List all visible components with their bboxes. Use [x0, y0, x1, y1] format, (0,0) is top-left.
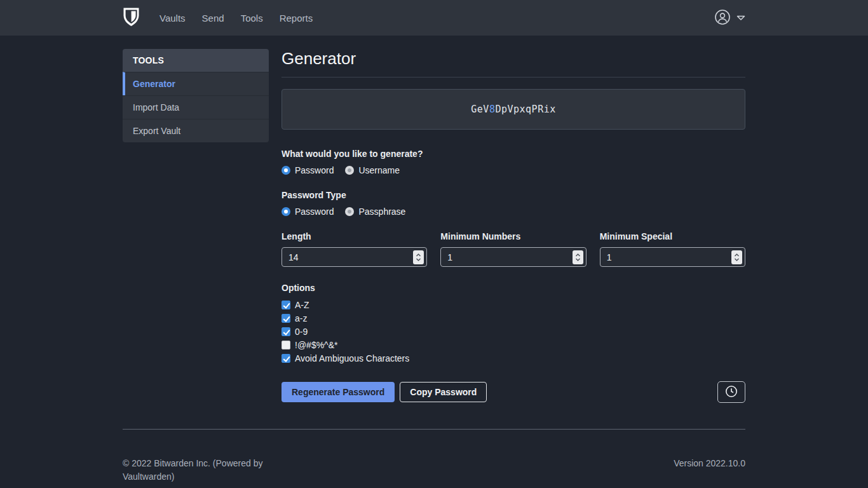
checkbox-label-avoid-ambiguous: Avoid Ambiguous Characters [295, 353, 409, 363]
copy-password-button[interactable]: Copy Password [400, 382, 487, 402]
checkbox-icon-avoid-ambiguous[interactable] [281, 354, 290, 363]
clock-history-icon [724, 384, 738, 400]
checkbox-icon-uppercase[interactable] [281, 301, 290, 309]
minimum-numbers-label: Minimum Numbers [440, 231, 586, 241]
radio-option-password-type[interactable]: Password [281, 207, 334, 217]
primary-nav: Vaults Send Tools Reports [151, 13, 321, 24]
generate-radio-group: Password Username [281, 165, 745, 175]
copyright-text: © 2022 Bitwarden Inc. (Powered by Vaultw… [123, 457, 278, 484]
nav-link-reports[interactable]: Reports [271, 13, 322, 24]
checkbox-row-uppercase[interactable]: A-Z [281, 298, 745, 311]
options-checkbox-list: A-Z a-z 0-9 !@#$%^&* Avoid Ambiguous Cha… [281, 298, 745, 365]
bitwarden-shield-icon [123, 7, 140, 29]
radio-option-passphrase[interactable]: Passphrase [345, 207, 405, 217]
minimum-special-stepper-icon[interactable] [731, 250, 742, 264]
minimum-special-input[interactable] [600, 247, 745, 267]
numeric-fields-row: Length Minimum Numbers [281, 231, 745, 267]
length-input[interactable] [281, 247, 427, 267]
minimum-special-field: Minimum Special [600, 231, 745, 267]
radio-icon-passphrase[interactable] [345, 207, 354, 216]
radio-option-password[interactable]: Password [281, 165, 334, 175]
account-menu[interactable] [714, 9, 745, 27]
radio-label-username: Username [358, 165, 400, 175]
sidebar-header-tools: TOOLS [123, 49, 269, 72]
chevron-down-icon [736, 13, 745, 23]
page-title: Generator [281, 49, 745, 69]
length-label: Length [281, 231, 427, 241]
radio-label-password-type: Password [295, 207, 334, 217]
sidebar-item-generator[interactable]: Generator [123, 72, 269, 95]
nav-link-vaults[interactable]: Vaults [151, 13, 194, 24]
password-type-radio-group: Password Passphrase [281, 207, 745, 217]
avatar-person-icon [714, 9, 731, 27]
page-container: TOOLS Generator Import Data Export Vault… [123, 49, 745, 430]
checkbox-label-numbers: 0-9 [295, 327, 308, 337]
minimum-special-label: Minimum Special [600, 231, 745, 241]
checkbox-row-special[interactable]: !@#$%^&* [281, 338, 745, 351]
tools-sidebar: TOOLS Generator Import Data Export Vault [123, 49, 269, 403]
sidebar-item-import-data[interactable]: Import Data [123, 95, 269, 119]
checkbox-row-avoid-ambiguous[interactable]: Avoid Ambiguous Characters [281, 351, 745, 365]
options-label: Options [281, 283, 745, 293]
checkbox-label-special: !@#$%^&* [295, 340, 337, 350]
sidebar-item-export-vault[interactable]: Export Vault [123, 119, 269, 142]
generator-main: Generator GeV8DpVpxqPRix What would you … [281, 49, 745, 403]
tools-list-group: TOOLS Generator Import Data Export Vault [123, 49, 269, 142]
minimum-special-input-wrap [600, 247, 745, 267]
checkbox-icon-special[interactable] [281, 341, 290, 349]
radio-icon-password[interactable] [281, 166, 290, 175]
page-footer: © 2022 Bitwarden Inc. (Powered by Vaultw… [123, 430, 745, 484]
checkbox-row-numbers[interactable]: 0-9 [281, 325, 745, 338]
radio-label-password: Password [295, 165, 334, 175]
version-text: Version 2022.10.0 [674, 457, 745, 484]
minimum-numbers-field: Minimum Numbers [440, 231, 586, 267]
checkbox-icon-numbers[interactable] [281, 327, 290, 336]
length-input-wrap [281, 247, 427, 267]
navbar-inner: Vaults Send Tools Reports [123, 7, 745, 29]
title-divider [281, 77, 745, 78]
brand-logo[interactable] [123, 7, 140, 29]
nav-link-send[interactable]: Send [194, 13, 233, 24]
generate-question-label: What would you like to generate? [281, 149, 745, 159]
checkbox-icon-lowercase[interactable] [281, 314, 290, 323]
nav-link-tools[interactable]: Tools [233, 13, 271, 24]
radio-icon-password-type[interactable] [281, 207, 290, 216]
radio-label-passphrase: Passphrase [358, 207, 405, 217]
regenerate-password-button[interactable]: Regenerate Password [281, 382, 395, 402]
top-navbar: Vaults Send Tools Reports [0, 0, 868, 36]
checkbox-label-uppercase: A-Z [295, 300, 309, 310]
password-type-label: Password Type [281, 190, 745, 200]
actions-row: Regenerate Password Copy Password [281, 381, 745, 403]
length-field: Length [281, 231, 427, 267]
minimum-numbers-input[interactable] [440, 247, 586, 267]
minimum-numbers-stepper-icon[interactable] [573, 250, 583, 264]
password-history-button[interactable] [717, 381, 745, 403]
length-stepper-icon[interactable] [413, 250, 424, 264]
checkbox-row-lowercase[interactable]: a-z [281, 311, 745, 325]
radio-icon-username[interactable] [345, 166, 354, 175]
content-row: TOOLS Generator Import Data Export Vault… [123, 49, 745, 403]
checkbox-label-lowercase: a-z [295, 313, 307, 323]
generated-password-box[interactable]: GeV8DpVpxqPRix [281, 89, 745, 130]
minimum-numbers-input-wrap [440, 247, 586, 267]
radio-option-username[interactable]: Username [345, 165, 400, 175]
